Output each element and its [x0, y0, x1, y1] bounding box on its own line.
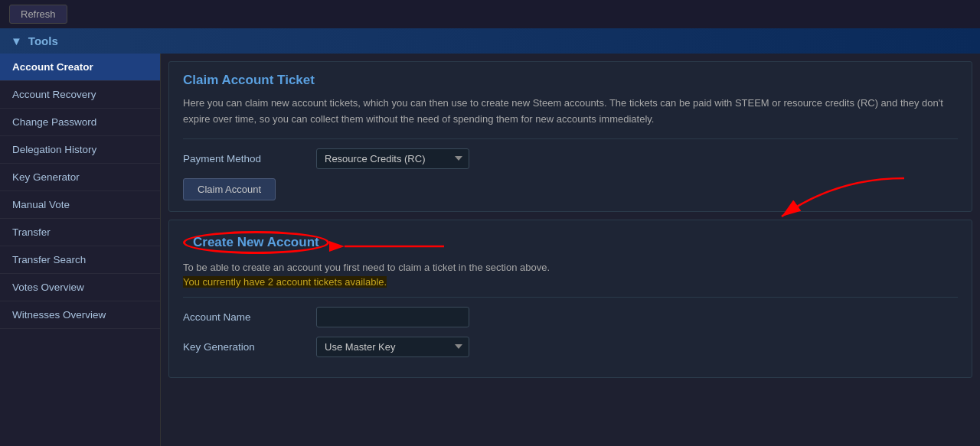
claim-section-title: Claim Account Ticket [183, 73, 958, 88]
tools-arrow-icon: ▼ [11, 34, 22, 47]
create-account-section: Create New Account To be able to create … [168, 220, 972, 378]
top-bar: Refresh [0, 0, 980, 28]
sidebar-item-witnesses-overview[interactable]: Witnesses Overview [0, 301, 160, 329]
sidebar-item-transfer-search[interactable]: Transfer Search [0, 246, 160, 274]
claim-account-section: Claim Account Ticket Here you can claim … [168, 61, 972, 212]
sidebar-item-delegation-history[interactable]: Delegation History [0, 136, 160, 164]
payment-method-select[interactable]: Resource Credits (RC)STEEM [316, 148, 469, 169]
sidebar-item-key-generator[interactable]: Key Generator [0, 164, 160, 191]
content-area: Claim Account Ticket Here you can claim … [161, 54, 980, 446]
claim-account-button[interactable]: Claim Account [183, 178, 276, 200]
sidebar-item-account-creator[interactable]: Account Creator [0, 54, 160, 81]
account-name-label: Account Name [183, 311, 305, 323]
tickets-text-suffix: account tickets available. [273, 276, 387, 288]
refresh-button[interactable]: Refresh [9, 5, 67, 24]
sidebar-item-account-recovery[interactable]: Account Recovery [0, 81, 160, 109]
arrow-annotation-2 [329, 227, 452, 265]
create-section-title: Create New Account [193, 235, 319, 249]
sidebar-item-manual-vote[interactable]: Manual Vote [0, 191, 160, 219]
create-section-oval: Create New Account [183, 231, 329, 254]
divider-2 [183, 297, 958, 298]
key-generation-label: Key Generation [183, 341, 305, 353]
claim-section-description: Here you can claim new account tickets, … [183, 96, 958, 128]
payment-method-label: Payment Method [183, 153, 305, 164]
sidebar: Account CreatorAccount RecoveryChange Pa… [0, 54, 161, 446]
create-section-description: To be able to create an account you firs… [183, 262, 958, 273]
tickets-available-line: You currently have 2 account tickets ava… [183, 276, 958, 288]
sidebar-item-votes-overview[interactable]: Votes Overview [0, 274, 160, 301]
tickets-text-prefix: You currently have [183, 276, 268, 288]
key-generation-select[interactable]: Use Master KeyGenerate Keys [316, 337, 469, 357]
divider-1 [183, 138, 958, 139]
tools-header: ▼ Tools [0, 28, 980, 54]
sidebar-item-change-password[interactable]: Change Password [0, 109, 160, 136]
tickets-count: 2 [268, 276, 273, 288]
tools-header-label: Tools [28, 34, 58, 47]
sidebar-item-transfer[interactable]: Transfer [0, 219, 160, 246]
account-name-input[interactable] [316, 307, 469, 327]
